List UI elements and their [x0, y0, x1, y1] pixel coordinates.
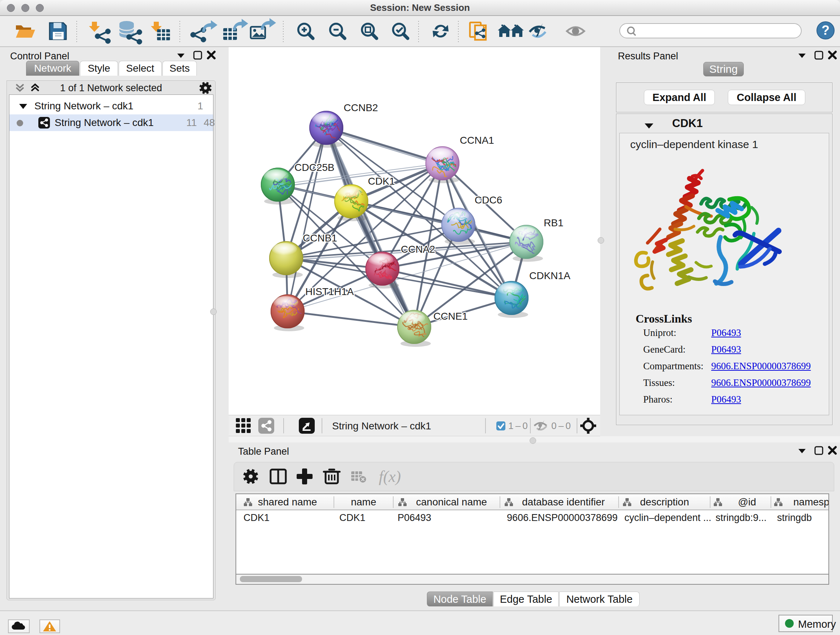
- svg-text:CDK1: CDK1: [339, 512, 365, 523]
- svg-text:namespace: namespace: [793, 496, 829, 508]
- svg-text:HIST1H1A: HIST1H1A: [305, 286, 354, 297]
- svg-text:RB1: RB1: [544, 217, 563, 228]
- svg-text:CCNA2: CCNA2: [401, 244, 435, 255]
- svg-text:@id: @id: [738, 496, 756, 508]
- svg-text:name: name: [351, 496, 376, 508]
- svg-text:0 – 0: 0 – 0: [551, 420, 571, 431]
- svg-text:CCNB1: CCNB1: [303, 233, 337, 244]
- svg-text:cyclin–dependent ...: cyclin–dependent ...: [624, 512, 711, 523]
- svg-text:shared name: shared name: [258, 496, 317, 508]
- svg-text:9606.ENSP00000378699: 9606.ENSP00000378699: [507, 512, 617, 523]
- svg-text:canonical name: canonical name: [416, 496, 487, 508]
- svg-text:?: ?: [821, 23, 829, 38]
- svg-text:stringdb: stringdb: [777, 512, 812, 523]
- svg-text:CCNA1: CCNA1: [460, 135, 494, 146]
- svg-text:description: description: [640, 496, 689, 508]
- svg-text:stringdb:9...: stringdb:9...: [715, 512, 767, 523]
- svg-text:CDK1: CDK1: [368, 176, 395, 187]
- svg-text:CCNE1: CCNE1: [433, 310, 468, 322]
- svg-text:CDK1: CDK1: [243, 512, 270, 523]
- svg-text:P06493: P06493: [398, 512, 431, 523]
- svg-text:database identifier: database identifier: [522, 496, 605, 508]
- svg-text:CDKN1A: CDKN1A: [529, 270, 570, 281]
- svg-text:f(x): f(x): [379, 468, 401, 486]
- svg-text:String Network – cdk1: String Network – cdk1: [332, 420, 431, 432]
- svg-text:1 – 0: 1 – 0: [508, 420, 528, 431]
- svg-text:CCNB2: CCNB2: [344, 102, 378, 113]
- svg-text:CDC25B: CDC25B: [294, 162, 334, 173]
- svg-text:CDC6: CDC6: [475, 195, 502, 206]
